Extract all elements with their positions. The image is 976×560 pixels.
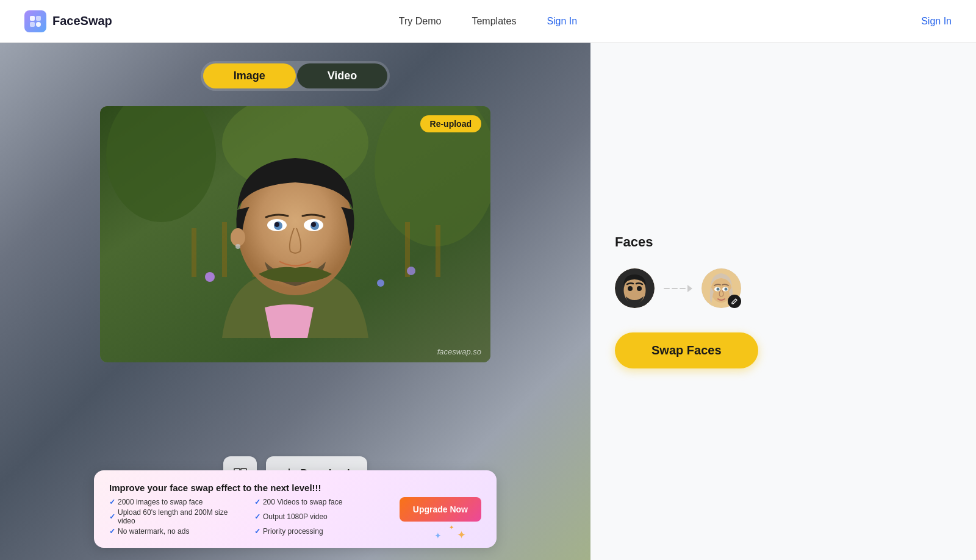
- faces-title: Faces: [615, 234, 952, 250]
- svg-point-23: [311, 222, 316, 227]
- swap-faces-button[interactable]: Swap Faces: [615, 332, 758, 368]
- svg-point-13: [205, 272, 215, 282]
- left-panel: Image Video Re-upload: [0, 43, 590, 560]
- logo-icon: [24, 10, 46, 32]
- main-container: Image Video Re-upload: [0, 43, 976, 560]
- edit-icon: [731, 298, 738, 305]
- upgrade-title: Improve your face swap effect to the nex…: [109, 483, 387, 493]
- feature-label-3: No watermark, no ads: [118, 527, 189, 536]
- svg-point-14: [377, 279, 384, 287]
- target-face-wrapper: [702, 268, 741, 308]
- feature-4: ✓ 200 Videos to swap face: [254, 498, 387, 506]
- svg-point-32: [628, 286, 633, 291]
- feature-label-6: Priority processing: [263, 527, 323, 536]
- face-image-svg: [100, 106, 490, 362]
- upgrade-features: ✓ 2000 images to swap face ✓ 200 Videos …: [109, 498, 387, 536]
- check-icon-3: ✓: [109, 527, 115, 536]
- feature-label-2: Upload 60's length and 200M size video: [118, 508, 242, 525]
- check-icon-6: ✓: [254, 527, 260, 536]
- image-toggle-btn[interactable]: Image: [203, 63, 296, 88]
- feature-label-4: 200 Videos to swap face: [263, 498, 343, 506]
- svg-rect-8: [192, 228, 196, 277]
- header-nav: Try Demo Templates Sign In: [399, 16, 577, 27]
- arrow-separator: [664, 285, 692, 292]
- logo-text: FaceSwap: [52, 14, 112, 28]
- faces-section: Faces: [615, 234, 952, 368]
- svg-point-38: [717, 288, 720, 291]
- svg-point-25: [235, 244, 240, 249]
- image-placeholder: faceswap.so: [100, 106, 490, 362]
- header: FaceSwap Try Demo Templates Sign In Sign…: [0, 0, 976, 43]
- feature-label-1: 2000 images to swap face: [118, 498, 203, 506]
- svg-rect-9: [222, 222, 227, 277]
- svg-point-39: [725, 288, 728, 291]
- svg-point-15: [407, 267, 415, 275]
- svg-point-22: [274, 222, 279, 227]
- upgrade-text: Improve your face swap effect to the nex…: [109, 483, 387, 536]
- nav-templates[interactable]: Templates: [472, 16, 516, 27]
- source-face-svg: [615, 268, 655, 308]
- check-icon-2: ✓: [109, 512, 115, 521]
- svg-rect-1: [36, 16, 41, 21]
- right-panel: Faces: [590, 43, 976, 560]
- faces-row: [615, 268, 952, 308]
- edit-badge[interactable]: [728, 295, 741, 308]
- watermark: faceswap.so: [437, 347, 481, 356]
- svg-rect-2: [30, 22, 35, 27]
- nav-sign-in[interactable]: Sign In: [547, 16, 577, 27]
- feature-1: ✓ 2000 images to swap face: [109, 498, 242, 506]
- image-area: Re-upload: [100, 106, 490, 362]
- check-icon-5: ✓: [254, 512, 260, 521]
- feature-6: ✓ Priority processing: [254, 527, 387, 536]
- svg-rect-0: [30, 16, 35, 21]
- nav-try-demo[interactable]: Try Demo: [399, 16, 442, 27]
- feature-label-5: Output 1080P video: [263, 512, 328, 521]
- check-icon-4: ✓: [254, 498, 260, 506]
- upgrade-now-button[interactable]: Upgrade Now: [400, 497, 481, 522]
- source-face-wrapper: [615, 268, 655, 308]
- toggle-container: Image Video: [201, 61, 390, 91]
- reupload-button[interactable]: Re-upload: [420, 115, 481, 132]
- upgrade-banner: Improve your face swap effect to the nex…: [94, 470, 497, 548]
- svg-point-3: [36, 22, 41, 27]
- feature-2: ✓ Upload 60's length and 200M size video: [109, 508, 242, 525]
- sign-in-button-right[interactable]: Sign In: [921, 16, 952, 27]
- check-icon-1: ✓: [109, 498, 115, 506]
- svg-point-33: [637, 286, 642, 291]
- feature-3: ✓ No watermark, no ads: [109, 527, 242, 536]
- video-toggle-btn[interactable]: Video: [297, 63, 388, 88]
- source-face-avatar: [615, 268, 655, 308]
- feature-5: ✓ Output 1080P video: [254, 508, 387, 525]
- svg-point-24: [231, 228, 245, 246]
- svg-rect-12: [436, 225, 440, 277]
